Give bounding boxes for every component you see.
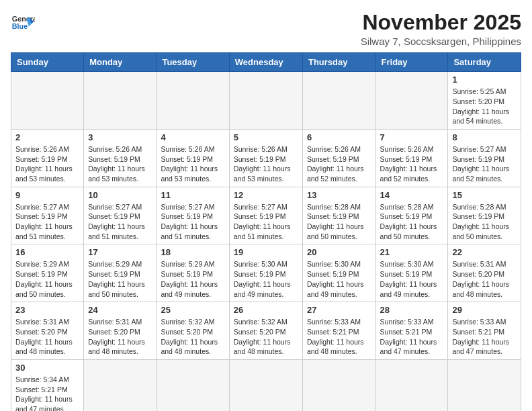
column-header-saturday: Saturday [448,53,521,72]
day-info: Sunrise: 5:26 AM Sunset: 5:19 PM Dayligh… [15,144,79,184]
day-info: Sunrise: 5:31 AM Sunset: 5:20 PM Dayligh… [15,317,79,357]
calendar-week-row: 23Sunrise: 5:31 AM Sunset: 5:20 PM Dayli… [11,302,521,360]
day-info: Sunrise: 5:26 AM Sunset: 5:19 PM Dayligh… [161,144,224,184]
day-info: Sunrise: 5:33 AM Sunset: 5:21 PM Dayligh… [452,317,517,357]
day-number: 21 [380,247,444,257]
day-number: 28 [380,305,444,315]
calendar-cell: 4Sunrise: 5:26 AM Sunset: 5:19 PM Daylig… [157,129,229,187]
calendar-cell: 21Sunrise: 5:30 AM Sunset: 5:19 PM Dayli… [375,244,448,302]
day-number: 1 [452,75,517,85]
calendar-cell [229,359,302,411]
logo: General Blue [11,11,35,35]
day-info: Sunrise: 5:30 AM Sunset: 5:19 PM Dayligh… [380,259,444,299]
calendar-cell [375,72,448,130]
calendar-cell: 8Sunrise: 5:27 AM Sunset: 5:19 PM Daylig… [448,129,521,187]
calendar-cell: 24Sunrise: 5:31 AM Sunset: 5:20 PM Dayli… [84,302,157,360]
day-info: Sunrise: 5:31 AM Sunset: 5:20 PM Dayligh… [452,259,517,299]
day-info: Sunrise: 5:33 AM Sunset: 5:21 PM Dayligh… [380,317,444,357]
calendar-cell: 29Sunrise: 5:33 AM Sunset: 5:21 PM Dayli… [448,302,521,360]
day-number: 20 [307,247,371,257]
day-info: Sunrise: 5:26 AM Sunset: 5:19 PM Dayligh… [234,144,298,184]
month-title: November 2025 [361,11,521,34]
calendar-cell [229,72,302,130]
calendar-cell: 25Sunrise: 5:32 AM Sunset: 5:20 PM Dayli… [157,302,229,360]
calendar-cell: 14Sunrise: 5:28 AM Sunset: 5:19 PM Dayli… [375,187,448,244]
day-number: 25 [161,305,224,315]
day-info: Sunrise: 5:28 AM Sunset: 5:19 PM Dayligh… [307,202,371,242]
day-number: 6 [307,132,371,142]
page-header: General Blue November 2025 Silway 7, Soc… [11,11,521,47]
day-number: 19 [234,247,298,257]
calendar-cell: 15Sunrise: 5:28 AM Sunset: 5:19 PM Dayli… [448,187,521,244]
calendar-cell: 22Sunrise: 5:31 AM Sunset: 5:20 PM Dayli… [448,244,521,302]
day-info: Sunrise: 5:32 AM Sunset: 5:20 PM Dayligh… [161,317,224,357]
calendar-cell [84,72,157,130]
day-number: 14 [380,190,444,200]
day-info: Sunrise: 5:27 AM Sunset: 5:19 PM Dayligh… [88,202,152,242]
day-number: 8 [452,132,517,142]
calendar-cell: 27Sunrise: 5:33 AM Sunset: 5:21 PM Dayli… [302,302,375,360]
day-number: 12 [234,190,298,200]
title-area: November 2025 Silway 7, Soccsksargen, Ph… [361,11,521,47]
calendar-cell: 13Sunrise: 5:28 AM Sunset: 5:19 PM Dayli… [302,187,375,244]
day-info: Sunrise: 5:26 AM Sunset: 5:19 PM Dayligh… [88,144,152,184]
day-info: Sunrise: 5:27 AM Sunset: 5:19 PM Dayligh… [234,202,298,242]
column-header-friday: Friday [375,53,448,72]
day-number: 27 [307,305,371,315]
svg-text:Blue: Blue [12,22,28,30]
day-info: Sunrise: 5:29 AM Sunset: 5:19 PM Dayligh… [161,259,224,299]
day-info: Sunrise: 5:30 AM Sunset: 5:19 PM Dayligh… [234,259,298,299]
calendar-cell: 3Sunrise: 5:26 AM Sunset: 5:19 PM Daylig… [84,129,157,187]
calendar-cell [375,359,448,411]
day-number: 5 [234,132,298,142]
day-info: Sunrise: 5:25 AM Sunset: 5:20 PM Dayligh… [452,87,517,126]
day-number: 16 [15,247,79,257]
day-number: 7 [380,132,444,142]
day-number: 3 [88,132,152,142]
calendar-cell: 10Sunrise: 5:27 AM Sunset: 5:19 PM Dayli… [84,187,157,244]
day-number: 4 [161,132,224,142]
day-number: 30 [15,363,79,373]
day-number: 23 [15,305,79,315]
column-header-sunday: Sunday [11,53,84,72]
day-info: Sunrise: 5:29 AM Sunset: 5:19 PM Dayligh… [15,259,79,299]
day-info: Sunrise: 5:28 AM Sunset: 5:19 PM Dayligh… [452,202,517,242]
day-number: 11 [161,190,224,200]
day-info: Sunrise: 5:27 AM Sunset: 5:19 PM Dayligh… [15,202,79,242]
day-number: 26 [234,305,298,315]
calendar-week-row: 2Sunrise: 5:26 AM Sunset: 5:19 PM Daylig… [11,129,521,187]
day-info: Sunrise: 5:33 AM Sunset: 5:21 PM Dayligh… [307,317,371,357]
calendar-cell [11,72,84,130]
day-info: Sunrise: 5:26 AM Sunset: 5:19 PM Dayligh… [307,144,371,184]
calendar-cell: 23Sunrise: 5:31 AM Sunset: 5:20 PM Dayli… [11,302,84,360]
calendar-table: SundayMondayTuesdayWednesdayThursdayFrid… [11,52,521,411]
calendar-cell: 12Sunrise: 5:27 AM Sunset: 5:19 PM Dayli… [229,187,302,244]
calendar-week-row: 30Sunrise: 5:34 AM Sunset: 5:21 PM Dayli… [11,359,521,411]
day-info: Sunrise: 5:28 AM Sunset: 5:19 PM Dayligh… [380,202,444,242]
calendar-week-row: 1Sunrise: 5:25 AM Sunset: 5:20 PM Daylig… [11,72,521,130]
calendar-cell: 17Sunrise: 5:29 AM Sunset: 5:19 PM Dayli… [84,244,157,302]
calendar-cell: 9Sunrise: 5:27 AM Sunset: 5:19 PM Daylig… [11,187,84,244]
day-number: 9 [15,190,79,200]
day-number: 2 [15,132,79,142]
day-info: Sunrise: 5:27 AM Sunset: 5:19 PM Dayligh… [452,144,517,184]
calendar-cell: 5Sunrise: 5:26 AM Sunset: 5:19 PM Daylig… [229,129,302,187]
calendar-cell: 6Sunrise: 5:26 AM Sunset: 5:19 PM Daylig… [302,129,375,187]
day-number: 22 [452,247,517,257]
calendar-cell [448,359,521,411]
column-header-thursday: Thursday [302,53,375,72]
calendar-cell: 7Sunrise: 5:26 AM Sunset: 5:19 PM Daylig… [375,129,448,187]
calendar-cell [157,359,229,411]
column-header-tuesday: Tuesday [157,53,229,72]
location-subtitle: Silway 7, Soccsksargen, Philippines [361,36,521,47]
day-info: Sunrise: 5:32 AM Sunset: 5:20 PM Dayligh… [234,317,298,357]
day-info: Sunrise: 5:29 AM Sunset: 5:19 PM Dayligh… [88,259,152,299]
calendar-cell [157,72,229,130]
calendar-cell: 28Sunrise: 5:33 AM Sunset: 5:21 PM Dayli… [375,302,448,360]
day-info: Sunrise: 5:34 AM Sunset: 5:21 PM Dayligh… [15,375,79,411]
day-number: 15 [452,190,517,200]
day-number: 10 [88,190,152,200]
calendar-cell: 30Sunrise: 5:34 AM Sunset: 5:21 PM Dayli… [11,359,84,411]
day-number: 24 [88,305,152,315]
day-number: 29 [452,305,517,315]
